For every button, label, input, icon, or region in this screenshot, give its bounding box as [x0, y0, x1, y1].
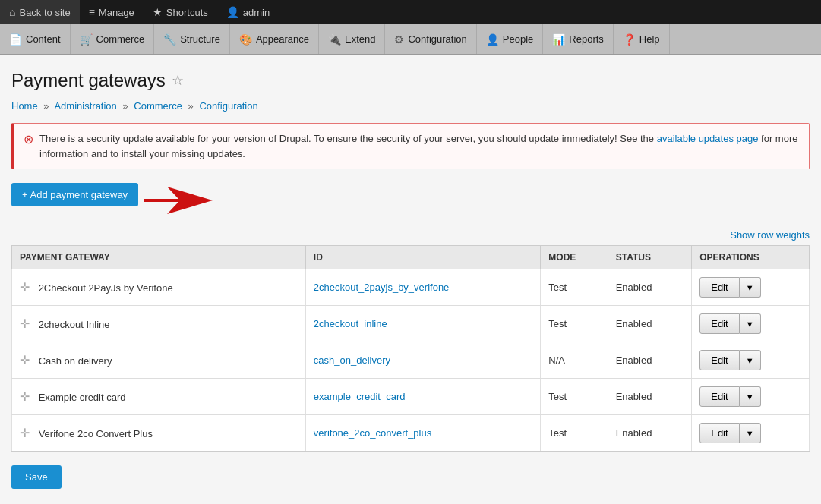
- edit-button-group: Edit ▼: [699, 423, 801, 443]
- gateway-id-cell: 2checkout_2payjs_by_verifone: [305, 269, 540, 306]
- col-operations: OPERATIONS: [692, 246, 810, 269]
- edit-dropdown-button[interactable]: ▼: [740, 423, 761, 443]
- star-icon: ★: [153, 6, 163, 18]
- table-row: ✛ Cash on delivery cash_on_delivery N/A …: [12, 342, 810, 379]
- gateway-mode-cell: Test: [541, 269, 608, 306]
- table-row: ✛ 2Checkout 2PayJs by Verifone 2checkout…: [12, 269, 810, 306]
- commerce-icon: 🛒: [80, 33, 93, 46]
- col-mode: MODE: [541, 246, 608, 269]
- nav-structure[interactable]: 🔧 Structure: [154, 24, 230, 54]
- structure-icon: 🔧: [163, 33, 176, 46]
- edit-button-group: Edit ▼: [699, 313, 801, 334]
- drag-handle[interactable]: ✛: [20, 281, 30, 294]
- table-row: ✛ Example credit card example_credit_car…: [12, 379, 810, 415]
- gateway-status-cell: Enabled: [608, 306, 692, 342]
- svg-marker-0: [144, 187, 213, 214]
- breadcrumb-configuration[interactable]: Configuration: [199, 100, 257, 112]
- table-row: ✛ Verifone 2co Convert Plus verifone_2co…: [12, 415, 810, 452]
- manage-label: Manage: [99, 7, 134, 18]
- user-icon: 👤: [226, 6, 239, 18]
- col-status: STATUS: [608, 246, 692, 269]
- nav-appearance[interactable]: 🎨 Appearance: [230, 24, 319, 54]
- table-row: ✛ 2checkout Inline 2checkout_inline Test…: [12, 306, 810, 342]
- drag-handle[interactable]: ✛: [20, 390, 30, 403]
- show-row-weights-link[interactable]: Show row weights: [730, 229, 810, 241]
- breadcrumb-administration[interactable]: Administration: [54, 100, 116, 112]
- edit-button-group: Edit ▼: [699, 386, 801, 407]
- gateway-status-cell: Enabled: [608, 379, 692, 415]
- help-icon: ❓: [623, 33, 636, 46]
- admin-toolbar: ⌂ Back to site ≡ Manage ★ Shortcuts 👤 ad…: [0, 0, 821, 24]
- back-to-site-link[interactable]: ⌂ Back to site: [0, 0, 80, 24]
- gateway-status-cell: Enabled: [608, 415, 692, 452]
- page-title: Payment gateways ☆: [11, 70, 810, 91]
- menu-icon: ≡: [89, 6, 95, 18]
- manage-menu-item[interactable]: ≡ Manage: [80, 0, 144, 24]
- nav-content[interactable]: 📄 Content: [0, 24, 71, 54]
- pointer-arrow: [144, 185, 213, 216]
- back-to-site-label: Back to site: [19, 7, 70, 18]
- edit-button-group: Edit ▼: [699, 350, 801, 370]
- nav-commerce[interactable]: 🛒 Commerce: [71, 24, 155, 54]
- nav-help[interactable]: ❓ Help: [614, 24, 670, 54]
- gateway-mode-cell: N/A: [541, 342, 608, 379]
- admin-username: admin: [243, 7, 270, 18]
- add-payment-gateway-button[interactable]: + Add payment gateway: [11, 183, 138, 206]
- add-gateway-container: + Add payment gateway: [11, 183, 810, 218]
- drag-handle[interactable]: ✛: [20, 427, 30, 439]
- save-button[interactable]: Save: [11, 465, 62, 489]
- gateway-operations-cell: Edit ▼: [692, 269, 810, 306]
- col-id: ID: [305, 246, 540, 269]
- gateway-name-cell: ✛ 2Checkout 2PayJs by Verifone: [12, 269, 306, 306]
- gateway-mode-cell: Test: [541, 306, 608, 342]
- gateways-table: PAYMENT GATEWAY ID MODE STATUS OPERATION…: [11, 245, 810, 452]
- bookmark-icon[interactable]: ☆: [172, 72, 184, 89]
- extend-icon: 🔌: [328, 33, 341, 46]
- breadcrumb-commerce[interactable]: Commerce: [134, 100, 182, 112]
- nav-reports-label: Reports: [569, 33, 604, 45]
- edit-button[interactable]: Edit: [699, 423, 739, 443]
- gateway-status-cell: Enabled: [608, 269, 692, 306]
- gateway-status-cell: Enabled: [608, 342, 692, 379]
- show-row-weights-container: Show row weights: [11, 229, 810, 241]
- error-icon: ⊗: [24, 132, 33, 146]
- nav-reports[interactable]: 📊 Reports: [543, 24, 614, 54]
- drag-handle[interactable]: ✛: [20, 317, 30, 330]
- nav-configuration-label: Configuration: [408, 33, 466, 45]
- shortcuts-label: Shortcuts: [166, 7, 208, 18]
- configuration-icon: ⚙: [394, 33, 404, 46]
- edit-button[interactable]: Edit: [699, 350, 739, 370]
- available-updates-link[interactable]: available updates page: [657, 133, 759, 144]
- admin-user-menu[interactable]: 👤 admin: [217, 0, 279, 24]
- page-content: Payment gateways ☆ Home » Administration…: [0, 55, 821, 504]
- edit-dropdown-button[interactable]: ▼: [740, 277, 761, 298]
- gateway-operations-cell: Edit ▼: [692, 379, 810, 415]
- nav-configuration[interactable]: ⚙ Configuration: [385, 24, 476, 54]
- nav-structure-label: Structure: [180, 33, 220, 45]
- edit-button[interactable]: Edit: [699, 313, 739, 334]
- gateway-name-cell: ✛ Example credit card: [12, 379, 306, 415]
- breadcrumb: Home » Administration » Commerce » Confi…: [11, 100, 810, 112]
- edit-button[interactable]: Edit: [699, 386, 739, 407]
- table-header-row: PAYMENT GATEWAY ID MODE STATUS OPERATION…: [12, 246, 810, 269]
- nav-commerce-label: Commerce: [96, 33, 145, 45]
- nav-people[interactable]: 👤 People: [477, 24, 543, 54]
- nav-content-label: Content: [26, 33, 61, 45]
- people-icon: 👤: [486, 33, 499, 46]
- drag-handle[interactable]: ✛: [20, 354, 30, 367]
- nav-people-label: People: [503, 33, 533, 45]
- col-payment-gateway: PAYMENT GATEWAY: [12, 246, 306, 269]
- edit-dropdown-button[interactable]: ▼: [740, 350, 761, 370]
- gateway-id-cell: verifone_2co_convert_plus: [305, 415, 540, 452]
- shortcuts-menu-item[interactable]: ★ Shortcuts: [144, 0, 217, 24]
- nav-extend[interactable]: 🔌 Extend: [319, 24, 385, 54]
- gateway-mode-cell: Test: [541, 379, 608, 415]
- breadcrumb-home[interactable]: Home: [11, 100, 38, 112]
- security-alert: ⊗ There is a security update available f…: [11, 123, 810, 169]
- content-icon: 📄: [9, 33, 22, 46]
- gateway-operations-cell: Edit ▼: [692, 342, 810, 379]
- nav-extend-label: Extend: [345, 33, 375, 45]
- edit-dropdown-button[interactable]: ▼: [740, 313, 761, 334]
- edit-dropdown-button[interactable]: ▼: [740, 386, 761, 407]
- edit-button[interactable]: Edit: [699, 277, 739, 298]
